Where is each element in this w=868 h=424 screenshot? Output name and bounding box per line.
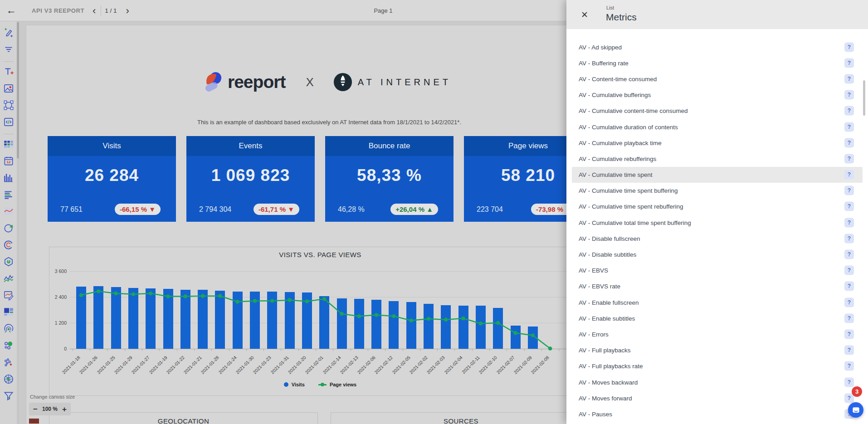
- help-icon[interactable]: ?: [844, 250, 854, 259]
- metric-row[interactable]: AV - Cumulative playback time?: [572, 135, 863, 151]
- table-icon[interactable]: [3, 138, 15, 150]
- chart-edit-icon[interactable]: [3, 289, 15, 301]
- x-axis-tick: [73, 349, 73, 351]
- close-icon[interactable]: ✕: [581, 10, 588, 20]
- metric-row[interactable]: AV - Ad skipped?: [572, 39, 863, 55]
- help-icon[interactable]: ?: [844, 234, 854, 243]
- visits-bar: [511, 326, 521, 349]
- metric-row[interactable]: AV - Disable subtitles?: [572, 246, 863, 262]
- filter-lines-icon[interactable]: [3, 44, 15, 55]
- sources-title: SOURCES: [331, 417, 591, 424]
- metric-label: AV - Full playbacks: [579, 347, 631, 354]
- bubble-chart-icon[interactable]: [3, 340, 15, 351]
- geolocation-widget[interactable]: GEOLOCATION: [49, 412, 318, 424]
- zoom-in-button[interactable]: +: [62, 405, 67, 413]
- dashboard-canvas-page[interactable]: reeport X AT INTERNET This is an example…: [26, 25, 623, 424]
- help-icon[interactable]: ?: [844, 297, 854, 307]
- visits-pageviews-chart[interactable]: VISITS VS. PAGE VIEWS 01 2002 4003 60020…: [49, 247, 591, 396]
- x-axis-tick: [454, 349, 455, 351]
- metric-row[interactable]: AV - Cumulative duration of contents?: [572, 119, 863, 135]
- metric-row[interactable]: AV - Enable fullscreen?: [572, 294, 863, 310]
- image-icon[interactable]: [3, 83, 15, 94]
- help-icon[interactable]: ?: [844, 377, 854, 387]
- help-icon[interactable]: ?: [844, 154, 854, 163]
- help-icon[interactable]: ?: [844, 122, 854, 132]
- metric-label: AV - EBVS: [579, 267, 608, 274]
- geolocation-title: GEOLOCATION: [49, 417, 317, 424]
- metric-row[interactable]: AV - Moves forward?: [572, 390, 863, 406]
- embed-code-icon[interactable]: [3, 116, 15, 128]
- help-icon[interactable]: ?: [844, 170, 854, 180]
- help-icon[interactable]: ?: [844, 90, 854, 100]
- help-icon[interactable]: ?: [844, 42, 854, 52]
- metric-row[interactable]: AV - Errors?: [572, 326, 863, 342]
- metric-row[interactable]: AV - Cumulative rebufferings?: [572, 151, 863, 166]
- horizontal-bars-icon[interactable]: [3, 189, 15, 200]
- metric-row[interactable]: AV - Pauses?: [572, 406, 863, 422]
- world-map-icon[interactable]: [3, 373, 15, 385]
- metric-label: AV - Disable subtitles: [579, 251, 636, 258]
- metric-row[interactable]: AV - EBVS?: [572, 263, 863, 278]
- help-icon[interactable]: ?: [844, 202, 854, 211]
- metric-label: AV - Full playbacks rate: [579, 363, 643, 370]
- help-icon[interactable]: ?: [844, 58, 854, 68]
- help-icon[interactable]: ?: [844, 106, 854, 116]
- panel-scrollbar-thumb[interactable]: [863, 80, 865, 116]
- treemap-icon[interactable]: [3, 306, 15, 318]
- metric-row[interactable]: AV - Enable subtitles?: [572, 310, 863, 326]
- x-axis-tick: [333, 349, 333, 351]
- metric-row[interactable]: AV - Full playbacks?: [572, 342, 863, 358]
- chat-button[interactable]: [848, 402, 863, 418]
- help-icon[interactable]: ?: [844, 346, 854, 355]
- help-icon[interactable]: ?: [844, 266, 854, 275]
- help-icon[interactable]: ?: [844, 313, 854, 323]
- help-icon[interactable]: ?: [844, 282, 854, 291]
- funnel-icon[interactable]: [3, 390, 15, 402]
- visits-bar: [441, 305, 451, 349]
- sources-widget[interactable]: SOURCES: [331, 412, 591, 424]
- help-icon[interactable]: ?: [844, 74, 854, 83]
- previous-page-icon[interactable]: ‹: [91, 6, 98, 16]
- metric-row[interactable]: AV - Disable fullscreen?: [572, 230, 863, 246]
- metric-row[interactable]: AV - Buffering rate?: [572, 55, 863, 71]
- metric-row[interactable]: AV - Full playbacks rate?: [572, 358, 863, 374]
- calendar-icon[interactable]: 12: [3, 155, 15, 167]
- metric-row[interactable]: AV - Cumulative time spent buffering?: [572, 183, 863, 199]
- kpi-card-visits[interactable]: Visits26 28477 651-66,15 % ▼: [48, 136, 176, 222]
- next-page-icon[interactable]: ›: [124, 6, 131, 16]
- metric-row[interactable]: AV - Cumulative content-time consumed?: [572, 103, 863, 119]
- polygon-chart-icon[interactable]: [3, 256, 15, 268]
- metric-row[interactable]: AV - Cumulative time spent?: [572, 167, 863, 183]
- help-icon[interactable]: ?: [844, 138, 854, 147]
- help-icon[interactable]: ?: [844, 329, 854, 339]
- help-icon[interactable]: ?: [844, 186, 854, 195]
- back-arrow-icon[interactable]: ←: [5, 4, 18, 18]
- x-axis-tick: [142, 349, 142, 351]
- metric-label: AV - EBVS rate: [579, 283, 620, 290]
- area-chart-icon[interactable]: [3, 205, 15, 217]
- line-chart-icon[interactable]: [3, 273, 15, 284]
- toolbar-scrollbar-thumb[interactable]: [17, 22, 19, 158]
- bar-chart-icon[interactable]: [3, 172, 15, 184]
- kpi-card-events[interactable]: Events1 069 8232 794 304-61,71 % ▼: [186, 136, 315, 222]
- scatter-plot-icon[interactable]: [3, 356, 15, 368]
- radar-chart-icon[interactable]: [3, 323, 15, 335]
- zoom-out-button[interactable]: −: [33, 405, 38, 413]
- metric-row[interactable]: AV - EBVS rate?: [572, 278, 863, 294]
- metric-row[interactable]: AV - Cumulative time spent rebuffering?: [572, 199, 863, 214]
- gauge-icon[interactable]: [3, 239, 15, 251]
- report-title: API V3 REEPORT: [32, 0, 84, 21]
- visits-bar: [163, 289, 173, 349]
- metric-row[interactable]: AV - Cumulative total time spent bufferi…: [572, 214, 863, 230]
- frame-icon[interactable]: [3, 99, 15, 111]
- annotate-plus-icon[interactable]: [3, 27, 15, 39]
- metric-label: AV - Cumulative duration of contents: [579, 123, 678, 130]
- help-icon[interactable]: ?: [844, 218, 854, 227]
- metric-row[interactable]: AV - Moves backward?: [572, 374, 863, 390]
- pie-chart-icon[interactable]: [3, 222, 15, 234]
- metric-row[interactable]: AV - Content-time consumed?: [572, 71, 863, 87]
- help-icon[interactable]: ?: [844, 361, 854, 371]
- add-text-icon[interactable]: [3, 66, 15, 78]
- metric-row[interactable]: AV - Cumulative bufferings?: [572, 87, 863, 103]
- kpi-card-bounce-rate[interactable]: Bounce rate58,33 %46,28 %+26,04 % ▲: [325, 136, 454, 222]
